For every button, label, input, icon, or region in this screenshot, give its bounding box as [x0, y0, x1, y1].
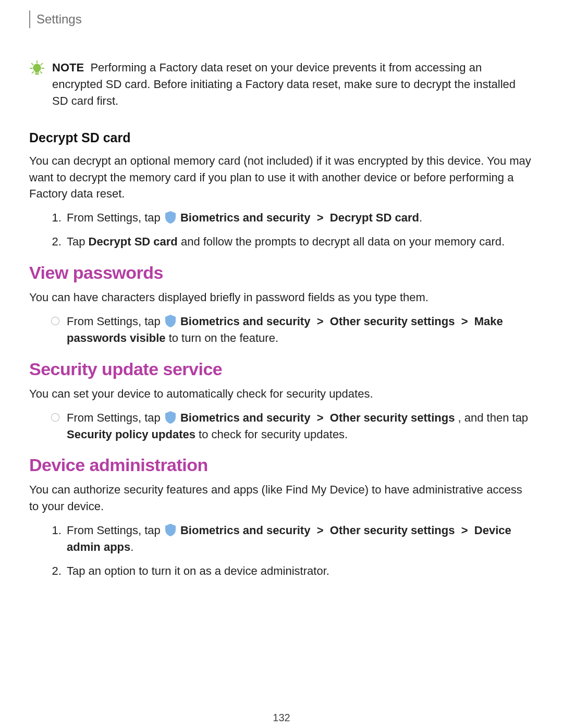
path-segment: Biometrics and security [180, 211, 310, 224]
chevron-icon: > [317, 211, 324, 224]
list-item: Tap Decrypt SD card and follow the promp… [65, 233, 534, 250]
device-admin-intro: You can authorize security features and … [29, 482, 534, 515]
step-text: and follow the prompts to decrypt all da… [181, 235, 505, 248]
lightbulb-icon [29, 60, 45, 76]
chevron-icon: > [317, 315, 324, 328]
path-segment: Decrypt SD card [330, 211, 419, 224]
note-label: NOTE [52, 61, 84, 74]
device-admin-steps: From Settings, tap Biometrics and securi… [29, 522, 534, 579]
step-text: From Settings, tap [67, 211, 164, 224]
svg-rect-7 [35, 73, 39, 75]
step-text: Tap an option to turn it on as a device … [67, 564, 329, 577]
note-text: NOTE Performing a Factory data reset on … [52, 59, 534, 109]
decrypt-intro: You can decrypt an optional memory card … [29, 153, 534, 203]
shield-icon [165, 211, 176, 224]
view-passwords-steps: From Settings, tap Biometrics and securi… [29, 313, 534, 347]
list-item: From Settings, tap Biometrics and securi… [65, 209, 534, 226]
shield-icon [165, 411, 176, 424]
path-segment: Decrypt SD card [89, 235, 178, 248]
path-segment: Biometrics and security [180, 524, 310, 537]
page-number: 132 [0, 712, 563, 724]
path-segment: Other security settings [330, 315, 455, 328]
heading-device-admin: Device administration [29, 455, 534, 475]
note-body: Performing a Factory data reset on your … [52, 61, 516, 107]
heading-security-update: Security update service [29, 359, 534, 379]
path-segment: Biometrics and security [180, 411, 310, 424]
security-update-steps: From Settings, tap Biometrics and securi… [29, 410, 534, 443]
list-item: From Settings, tap Biometrics and securi… [51, 410, 534, 443]
step-text: From Settings, tap [67, 411, 164, 424]
chevron-icon: > [317, 411, 324, 424]
step-text: to turn on the feature. [169, 331, 278, 344]
page-header: Settings [36, 12, 82, 27]
heading-view-passwords: View passwords [29, 263, 534, 283]
step-text: to check for security updates. [199, 428, 348, 441]
shield-icon [165, 314, 176, 328]
page-container: Settings NOTE Performing a Factory dat [0, 10, 563, 728]
path-segment: Other security settings [330, 524, 455, 537]
period: . [130, 540, 133, 553]
period: . [419, 211, 422, 224]
list-item: From Settings, tap Biometrics and securi… [65, 522, 534, 556]
path-segment: Biometrics and security [180, 315, 310, 328]
chevron-icon: > [317, 524, 324, 537]
path-segment: Security policy updates [67, 428, 195, 441]
header-rule: Settings [29, 10, 534, 28]
step-text: Tap [67, 235, 89, 248]
list-item: From Settings, tap Biometrics and securi… [51, 313, 534, 347]
step-text: , and then tap [458, 411, 529, 424]
svg-line-2 [41, 64, 43, 65]
note-block: NOTE Performing a Factory data reset on … [29, 59, 534, 109]
step-text: From Settings, tap [67, 315, 164, 328]
chevron-icon: > [461, 315, 468, 328]
security-update-intro: You can set your device to automatically… [29, 386, 534, 402]
shield-icon [165, 523, 176, 537]
decrypt-steps: From Settings, tap Biometrics and securi… [29, 209, 534, 250]
path-segment: Other security settings [330, 411, 455, 424]
heading-decrypt-sd: Decrypt SD card [29, 130, 534, 145]
view-passwords-intro: You can have characters displayed briefl… [29, 289, 534, 306]
list-item: Tap an option to turn it on as a device … [65, 563, 534, 579]
step-text: From Settings, tap [67, 524, 164, 537]
chevron-icon: > [461, 524, 468, 537]
svg-line-1 [32, 64, 33, 65]
svg-line-5 [32, 72, 34, 73]
svg-line-6 [41, 72, 42, 73]
